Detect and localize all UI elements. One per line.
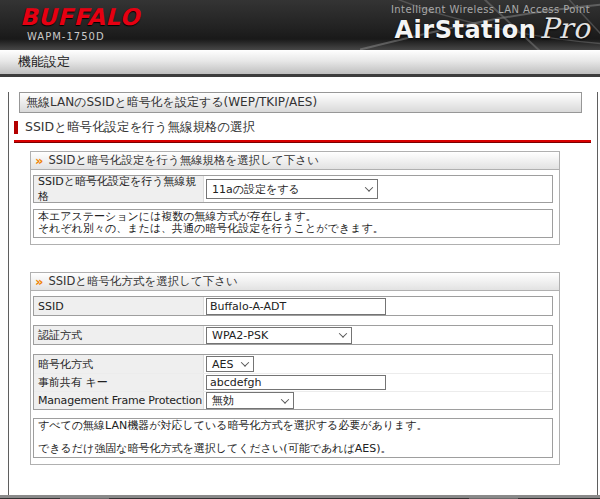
mfp-label: Management Frame Protection (34, 392, 204, 409)
section-encryption-header-text: SSIDと暗号化方式を選択して下さい (48, 274, 237, 289)
mfp-select[interactable]: 無効 (206, 392, 294, 409)
encryption-note-box: すべての無線LAN機器が対応している暗号化方式を選択する必要があります。 できる… (33, 418, 553, 458)
section-encryption-header: » SSIDと暗号化方式を選択して下さい (31, 273, 559, 291)
chevron-down-icon (241, 358, 249, 366)
section-marker-icon: » (35, 277, 41, 287)
encryption-row: 暗号化方式 AES (34, 355, 552, 373)
psk-input[interactable] (206, 375, 386, 390)
section-encryption: » SSIDと暗号化方式を選択して下さい SSID 認証方式 WPA2-PSK (30, 272, 560, 465)
top-header: BUFFALO WAPM-1750D Intelligent Wireless … (0, 0, 600, 50)
radio-band-select-value: 11aの設定をする (212, 182, 300, 197)
section-band-header: » SSIDと暗号化設定を行う無線規格を選択して下さい (31, 152, 559, 170)
encryption-label: 暗号化方式 (34, 355, 204, 373)
ssid-label: SSID (34, 297, 204, 315)
encryption-select[interactable]: AES (206, 356, 254, 372)
ssid-row: SSID (33, 296, 553, 316)
ssid-input[interactable] (206, 298, 386, 315)
encryption-select-value: AES (212, 358, 233, 371)
section-marker-icon: » (35, 156, 41, 166)
mfp-select-value: 無効 (212, 393, 234, 408)
chevron-down-icon (339, 329, 347, 337)
breadcrumb-banner: 無線LANのSSIDと暗号化を設定する(WEP/TKIP/AES) (19, 92, 582, 113)
auth-method-select-value: WPA2-PSK (212, 329, 268, 342)
band-note-box: 本エアステーションには複数の無線方式が存在します。 それぞれ別々の、または、共通… (33, 209, 553, 238)
encryption-note-line1: すべての無線LAN機器が対応している暗号化方式を選択する必要があります。 (38, 420, 548, 432)
radio-band-select[interactable]: 11aの設定をする (206, 179, 378, 199)
chevron-down-icon (281, 395, 289, 403)
mfp-row: Management Frame Protection 無効 (34, 391, 552, 409)
buffalo-logo: BUFFALO (20, 5, 140, 29)
title-underline-shadow (14, 142, 591, 143)
content-area: 無線LANのSSIDと暗号化を設定する(WEP/TKIP/AES) SSIDと暗… (8, 92, 598, 495)
title-accent-bar (14, 121, 18, 134)
section-band-select: » SSIDと暗号化設定を行う無線規格を選択して下さい SSIDと暗号化設定を行… (30, 151, 560, 245)
auth-row: 認証方式 WPA2-PSK (33, 325, 553, 345)
auth-label: 認証方式 (34, 326, 204, 344)
auth-method-select[interactable]: WPA2-PSK (206, 327, 352, 344)
band-row-label: SSIDと暗号化設定を行う無線規格 (34, 176, 204, 202)
psk-label: 事前共有 キー (34, 374, 204, 391)
band-note-line2: それぞれ別々の、または、共通の暗号化設定を行うことができます。 (38, 223, 548, 235)
page-title: SSIDと暗号化設定を行う無線規格の選択 (25, 119, 255, 136)
airstation-pro-logo: AirStationPro (391, 15, 590, 44)
encryption-note-line2: できるだけ強固な暗号化方式を選択してください(可能であればAES)。 (38, 443, 548, 455)
section-band-header-text: SSIDと暗号化設定を行う無線規格を選択して下さい (48, 153, 319, 168)
menu-bar: 機能設定 (0, 50, 600, 77)
menu-bar-title: 機能設定 (18, 53, 70, 71)
encryption-settings-group: 暗号化方式 AES 事前共有 キー Management Fra (33, 354, 553, 410)
breadcrumb-text: 無線LANのSSIDと暗号化を設定する(WEP/TKIP/AES) (26, 94, 317, 111)
band-row: SSIDと暗号化設定を行う無線規格 11aの設定をする (33, 175, 553, 203)
model-label: WAPM-1750D (27, 31, 140, 42)
psk-row: 事前共有 キー (34, 373, 552, 391)
pro-suffix: Pro (536, 12, 590, 45)
chevron-down-icon (365, 183, 373, 191)
